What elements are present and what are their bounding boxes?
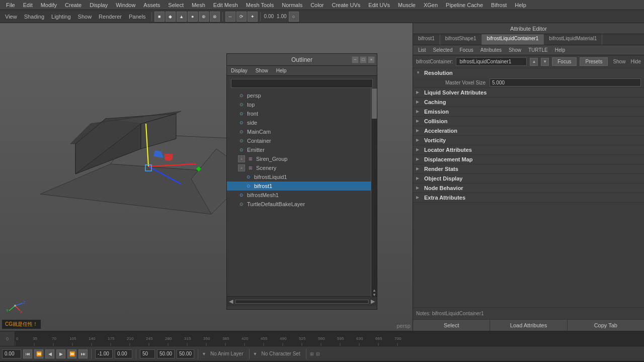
viewport[interactable]: persp Z X Y CG就是任性！ Outliner − □ × (0, 23, 413, 331)
ae-section-header-caching[interactable]: ▶ Caching (413, 98, 644, 107)
ol-menu-help[interactable]: Help (272, 67, 291, 74)
list-item[interactable]: + ⊞ Siren_Group (227, 154, 377, 163)
ae-section-header-extraattrs[interactable]: ▶ Extra Attributes (413, 193, 644, 202)
outliner-search-input[interactable] (231, 79, 373, 88)
ae-select-button[interactable]: Select (413, 320, 490, 331)
list-item[interactable]: ⊙ TurtleDefaultBakeLayer (227, 200, 377, 209)
list-item-bifrost1[interactable]: ⊙ bifrost1 (227, 182, 377, 191)
toolbar-icon-1[interactable]: ■ (154, 12, 165, 22)
ae-load-attributes-button[interactable]: Load Attributes (490, 320, 567, 331)
ae-section-header-nodebehavior[interactable]: ▶ Node Behavior (413, 184, 644, 193)
list-item[interactable]: ⊙ side (227, 118, 377, 127)
ae-nav-selected[interactable]: Selected (431, 47, 455, 53)
toolbar-show[interactable]: Show (75, 14, 95, 20)
playback-prev-frame[interactable]: ⏪ (34, 349, 43, 358)
ol-menu-display[interactable]: Display (227, 67, 252, 74)
ae-section-header-collision[interactable]: ▶ Collision (413, 117, 644, 126)
ae-section-header-vorticity[interactable]: ▶ Vorticity (413, 136, 644, 145)
ae-field-voxel-input[interactable] (490, 78, 641, 86)
ae-nav-help[interactable]: Help (553, 47, 568, 53)
ae-section-header-displacement[interactable]: ▶ Displacement Map (413, 155, 644, 164)
toolbar-icon-4[interactable]: ● (188, 12, 198, 22)
toolbar-icon-3[interactable]: ▲ (177, 12, 187, 22)
ae-presets-btn[interactable]: Presets (580, 57, 608, 66)
ae-section-header-locator[interactable]: ▶ Locator Attributes (413, 145, 644, 154)
ae-show-btn[interactable]: Show (613, 59, 625, 64)
toolbar-icon-7[interactable]: ↔ (225, 12, 235, 22)
list-item[interactable]: ⊙ top (227, 100, 377, 109)
toolbar-icon-5[interactable]: ⊕ (199, 12, 209, 22)
toolbar-panels[interactable]: Panels (126, 14, 149, 20)
menu-window[interactable]: Window (112, 1, 139, 9)
ae-nav-turtle[interactable]: TURTLE (526, 47, 550, 53)
ae-section-header-resolution[interactable]: ▼ Resolution (413, 68, 644, 77)
list-item[interactable]: ⊙ bifrostMesh1 (227, 191, 377, 200)
ae-node-value[interactable] (456, 57, 527, 66)
menu-create[interactable]: Create (61, 1, 86, 9)
toolbar-icon-6[interactable]: ⊗ (210, 12, 220, 22)
scroll-left-btn[interactable]: ◀ (229, 298, 233, 305)
ae-section-header-emission[interactable]: ▶ Emission (413, 107, 644, 116)
playback-jump-start[interactable]: ⏮ (23, 349, 32, 358)
ae-arrow-down-btn[interactable]: ▼ (541, 58, 549, 66)
scroll-thumb[interactable] (372, 88, 377, 119)
ae-section-header-liquidsolver[interactable]: ▶ Liquid Solver Attributes (413, 88, 644, 97)
toolbar-icon-8[interactable]: ⟳ (236, 12, 247, 22)
ae-nav-attributes[interactable]: Attributes (478, 47, 504, 53)
outliner-close-btn[interactable]: × (368, 56, 375, 63)
ae-section-header-objectdisplay[interactable]: ▶ Object Display (413, 174, 644, 183)
menu-normals[interactable]: Normals (278, 1, 306, 9)
ae-tab-bifrostliquidcontainer1[interactable]: bifrostLiquidContainer1 (482, 34, 544, 45)
menu-xgen[interactable]: XGen (420, 1, 442, 9)
menu-edit-uvs[interactable]: Edit UVs (364, 1, 394, 9)
playback-step-fwd[interactable]: ⏩ (67, 349, 76, 358)
ae-nav-list[interactable]: List (416, 47, 428, 53)
menu-mesh-tools[interactable]: Mesh Tools (242, 1, 278, 9)
list-item[interactable]: ⊙ MainCam (227, 127, 377, 136)
playback-step-back[interactable]: ◀ (45, 349, 54, 358)
range-start-field[interactable] (95, 349, 113, 358)
range-mid-field[interactable] (140, 349, 155, 358)
ae-hide-btn[interactable]: Hide (630, 59, 641, 64)
playback-play[interactable]: ▶ (56, 349, 65, 358)
timeline-ruler[interactable]: 0 35 70 105 140 175 210 245 280 315 350 … (15, 331, 644, 346)
toolbar-icon-9[interactable]: ✦ (248, 12, 258, 22)
toolbar-icon-2[interactable]: ◆ (166, 12, 176, 22)
list-item[interactable]: ⊙ bifrostLiquid1 (227, 172, 377, 182)
ae-copy-tab-button[interactable]: Copy Tab (568, 320, 644, 331)
menu-create-uvs[interactable]: Create UVs (328, 1, 364, 9)
outliner-restore-btn[interactable]: □ (360, 56, 367, 63)
outliner-vertical-scrollbar[interactable]: ▲ ▼ (371, 88, 377, 297)
toolbar-view[interactable]: View (2, 14, 20, 20)
outliner-minimize-btn[interactable]: − (352, 56, 359, 63)
playback-jump-end[interactable]: ⏭ (78, 349, 88, 358)
ae-focus-btn[interactable]: Focus (552, 57, 577, 66)
ol-menu-show[interactable]: Show (252, 67, 272, 74)
ae-section-header-renderstats[interactable]: ▶ Render Stats (413, 164, 644, 173)
list-item[interactable]: ⊙ Container (227, 136, 377, 145)
toolbar-shading[interactable]: Shading (21, 14, 47, 20)
menu-modify[interactable]: Modify (37, 1, 61, 9)
toolbar-lighting[interactable]: Lighting (48, 14, 74, 20)
toolbar-renderer[interactable]: Renderer (96, 14, 125, 20)
menu-assets[interactable]: Assets (139, 1, 164, 9)
menu-help[interactable]: Help (511, 1, 530, 9)
menu-display[interactable]: Display (86, 1, 112, 9)
range-end-field1[interactable] (157, 349, 175, 358)
menu-bifrost[interactable]: Bifrost (487, 1, 511, 9)
list-item[interactable]: ⊙ persp (227, 91, 377, 100)
menu-mesh[interactable]: Mesh (188, 1, 209, 9)
range-end-field2[interactable] (177, 349, 194, 358)
scroll-down-arrow[interactable]: ▼ (372, 293, 376, 297)
ae-tab-bifrost1[interactable]: bifrost1 (413, 34, 440, 45)
ae-tab-bifrostliquidmaterial1[interactable]: bifrostLiquidMaterial1 (544, 34, 602, 45)
scroll-up-arrow[interactable]: ▲ (372, 288, 376, 293)
list-item[interactable]: ⊙ Emitter (227, 145, 377, 154)
scroll-right-btn[interactable]: ▶ (371, 298, 375, 305)
list-item[interactable]: ⊙ front (227, 109, 377, 118)
menu-select[interactable]: Select (164, 1, 188, 9)
frame-input[interactable] (2, 349, 21, 358)
menu-edit[interactable]: Edit (19, 1, 37, 9)
list-item-scenery[interactable]: + ⊞ Scenery (227, 163, 377, 172)
ae-nav-show[interactable]: Show (507, 47, 523, 53)
